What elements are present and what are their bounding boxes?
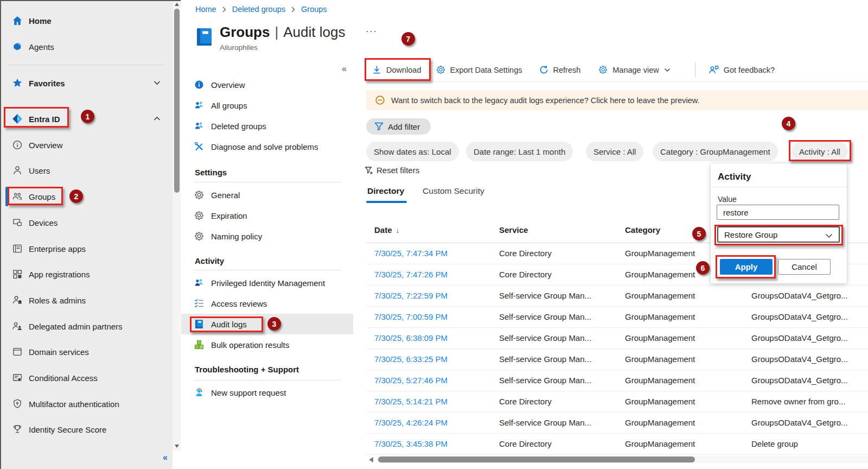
filter-pill[interactable]: Activity : All [792,142,848,161]
sidebar-item-domain-services[interactable]: Domain services [0,339,173,365]
sidebar-item-agents[interactable]: Agents [0,34,173,60]
blade-divider [194,270,341,270]
cell-date[interactable]: 7/30/25, 7:47:26 PM [374,270,448,279]
sidebar-item-identity-secure-score[interactable]: Identity Secure Score [0,416,173,442]
filter-pill[interactable]: Show dates as: Local [366,142,459,161]
refresh-button[interactable]: Refresh [539,65,581,74]
blade-item-expiration[interactable]: Expiration [181,205,353,226]
sidebar-item-delegated-admin-partners[interactable]: Delegated admin partners [0,313,173,339]
scrollbar-left-arrow-icon[interactable] [369,457,373,462]
table-row[interactable]: 7/30/25, 6:38:09 PMSelf-service Group Ma… [366,328,868,349]
table-row[interactable]: 7/30/25, 3:45:38 PMCore DirectoryGroupMa… [366,434,868,455]
blade-item-deleted-groups[interactable]: Deleted groups [181,116,353,136]
sidebar-item-enterprise-apps[interactable]: Enterprise apps [0,236,173,262]
app-registrations-icon [12,269,23,280]
tools-icon [194,142,204,151]
people-icon [194,121,204,131]
sidebar-item-devices[interactable]: Devices [0,210,173,236]
sidebar-item-groups[interactable]: Groups [0,183,173,210]
value-input[interactable]: restore [717,205,839,220]
column-header-date[interactable]: Date↓ [374,225,400,234]
blade-item-overview[interactable]: Overview [181,74,353,95]
cell-date[interactable]: 7/30/25, 6:33:25 PM [374,354,448,364]
table-row[interactable]: 7/30/25, 5:27:46 PMSelf-service Group Ma… [366,370,868,391]
cell-date[interactable]: 7/30/25, 7:00:59 PM [374,312,448,321]
cell-activity: GroupsODataV4_Getgro... [751,291,848,300]
star-icon [12,78,23,88]
cell-date[interactable]: 7/30/25, 3:45:38 PM [374,439,448,448]
tab-directory[interactable]: Directory [367,186,404,201]
scrollbar-down-arrow-icon[interactable] [175,445,179,448]
sidebar-item-app-registrations[interactable]: App registrations [0,261,173,287]
cell-category: GroupManagement [625,376,695,385]
table-row[interactable]: 7/30/25, 4:26:24 PMSelf-service Group Ma… [366,413,868,434]
cell-date[interactable]: 7/30/25, 4:26:24 PM [374,418,448,427]
sidebar-item-conditional-access[interactable]: Conditional Access [0,365,173,391]
reset-filters-button[interactable]: Reset filters [365,166,419,175]
annotation-badge-6: 6 [696,261,710,275]
table-row[interactable]: 7/30/25, 6:33:25 PMSelf-service Group Ma… [366,349,868,370]
gear-icon [436,65,445,74]
cell-date[interactable]: 7/30/25, 5:14:21 PM [374,397,448,406]
cell-date[interactable]: 7/30/25, 6:38:09 PM [374,333,448,343]
blade-item-pim[interactable]: Privileged Identity Management [181,272,353,293]
sidebar-scrollbar-thumb[interactable] [174,9,180,193]
blade-item-diagnose[interactable]: Diagnose and solve problems [181,136,353,157]
add-filter-button[interactable]: Add filter [366,118,431,135]
blade-item-access-reviews[interactable]: Access reviews [181,293,353,314]
blade-item-naming-policy[interactable]: Naming policy [181,226,353,246]
apply-button[interactable]: Apply [720,259,773,275]
people-icon [194,100,204,110]
sidebar-collapse-button[interactable]: « [163,453,168,462]
entra-id-icon [12,113,23,124]
blade-item-all-groups[interactable]: All groups [181,95,353,116]
tab-custom-security[interactable]: Custom Security [423,186,484,201]
sidebar-item-roles-admins[interactable]: Roles & admins [0,287,173,313]
activity-dropdown[interactable]: Restore Group [717,226,840,243]
table-row[interactable]: 7/30/25, 7:00:59 PMSelf-service Group Ma… [366,307,868,328]
sidebar-item-multifactor-authentication[interactable]: Multifactor authentication [0,391,173,417]
download-button[interactable]: Download [372,65,422,74]
chevron-down-icon [825,233,833,238]
gear-icon [194,211,204,220]
cell-service: Self-service Group Man... [499,312,591,321]
annotation-badge-4: 4 [782,117,795,130]
cell-activity: Remove owner from gro... [751,397,845,406]
horizontal-scrollbar-thumb[interactable] [378,457,695,462]
info-icon [12,140,23,150]
cell-date[interactable]: 7/30/25, 7:47:34 PM [374,249,448,258]
column-header-service[interactable]: Service [499,225,528,234]
table-row[interactable]: 7/30/25, 7:22:59 PMSelf-service Group Ma… [366,286,868,307]
blade-item-new-support-request[interactable]: New support request [181,382,353,403]
filter-pill[interactable]: Category : GroupManagement [653,142,778,161]
cell-category: GroupManagement [625,312,695,321]
conditional-access-icon [12,372,23,383]
sidebar-item-favorites[interactable]: Favorites [0,70,173,96]
filter-pill[interactable]: Date range: Last 1 month [466,142,573,161]
column-header-category[interactable]: Category [625,225,660,234]
export-data-settings-button[interactable]: Export Data Settings [436,65,522,74]
shield-icon [12,398,23,409]
cell-activity: Delete group [751,439,798,448]
overflow-menu-button[interactable]: ··· [366,26,377,37]
sidebar-scrollbar[interactable] [173,0,181,451]
sidebar-item-home[interactable]: Home [0,8,173,34]
enterprise-apps-icon [12,243,23,254]
blade-collapse-icon[interactable]: « [342,64,347,74]
sidebar-item-users[interactable]: Users [0,157,173,183]
filter-pill[interactable]: Service : All [586,142,643,161]
sidebar-item-overview[interactable]: Overview [0,132,173,158]
cell-service: Self-service Group Man... [499,376,591,385]
cell-service: Core Directory [499,439,552,448]
blade-item-bulk-operation-results[interactable]: Bulk operation results [181,334,353,355]
cell-date[interactable]: 7/30/25, 7:22:59 PM [374,291,448,300]
preview-banner[interactable]: Want to switch back to the legacy audit … [366,90,868,110]
cell-date[interactable]: 7/30/25, 5:27:46 PM [374,376,448,385]
cancel-button[interactable]: Cancel [778,259,831,275]
blade-item-general[interactable]: General [181,185,353,205]
scrollbar-up-arrow-icon[interactable] [175,3,179,6]
cell-service: Self-service Group Man... [499,418,591,427]
table-row[interactable]: 7/30/25, 5:14:21 PMCore DirectoryGroupMa… [366,391,868,413]
manage-view-button[interactable]: Manage view [598,65,670,74]
got-feedback-button[interactable]: Got feedback? [709,65,775,74]
